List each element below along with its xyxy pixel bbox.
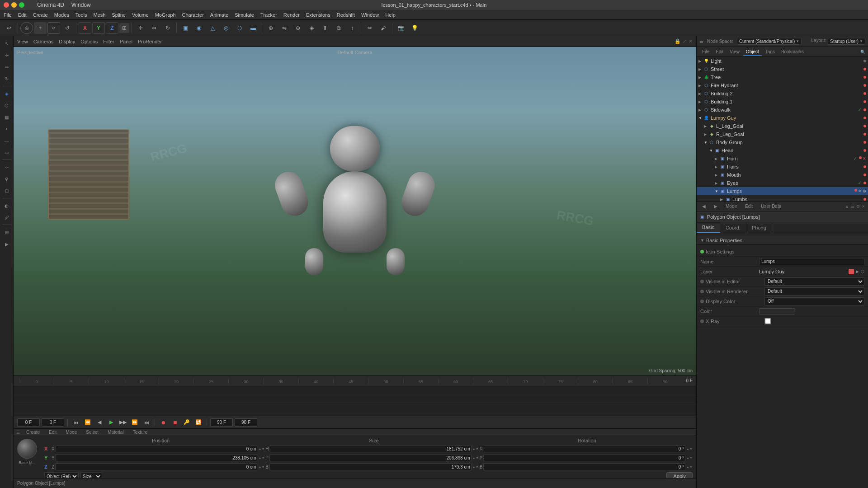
x-size-stepper[interactable]: ▲▼ (472, 447, 479, 450)
ls-render[interactable]: ▶ (1, 239, 12, 249)
vis-renderer-indicator[interactable] (700, 290, 704, 293)
y-pos-stepper[interactable]: ▲▼ (258, 456, 264, 460)
toolbar-move[interactable]: ✛ (134, 22, 147, 34)
icon-settings-indicator[interactable] (700, 250, 704, 253)
tree-item-hairs[interactable]: ▶ ▣ Hairs (697, 163, 868, 171)
tree-item-head[interactable]: ▼ ▣ Head (697, 146, 868, 155)
tree-item-building2[interactable]: ▶ ⬡ Building.2 (697, 89, 868, 98)
toolbar-scale[interactable]: ⇔ (148, 22, 160, 34)
toolbar-camera[interactable]: 📷 (395, 22, 407, 34)
mode-btn-edit[interactable]: Edit (742, 203, 755, 210)
material-thumbnail[interactable] (17, 439, 37, 459)
vis-editor-indicator[interactable] (700, 280, 704, 283)
y-size-input[interactable] (269, 454, 472, 461)
tree-item-body-group[interactable]: ▼ ⬡ Body Group (697, 138, 868, 146)
toolbar-extrude[interactable]: ⬆ (319, 22, 331, 34)
tree-item-street[interactable]: ▶ ⬡ Street (697, 65, 868, 73)
menu-file[interactable]: File (4, 12, 12, 18)
z-size-stepper[interactable]: ▲▼ (472, 465, 479, 469)
toolbar-spline[interactable]: ✏ (363, 22, 376, 34)
toolbar-add[interactable]: + (34, 22, 47, 34)
menu-create[interactable]: Create (33, 12, 48, 18)
vp-icon-close[interactable]: ✕ (689, 38, 693, 44)
x-pos-stepper[interactable]: ▲▼ (258, 447, 264, 450)
mode-icon-list[interactable]: ☰ (851, 204, 854, 209)
vp-cameras-tab[interactable]: Cameras (33, 39, 54, 44)
bt-mode[interactable]: Mode (63, 429, 80, 436)
z-size-input[interactable] (269, 463, 472, 470)
pb-loop[interactable]: 🔁 (193, 418, 203, 427)
start-frame-input[interactable]: 0 F (42, 418, 64, 427)
toolbar-loft[interactable]: ⧉ (332, 22, 345, 34)
xray-indicator[interactable] (700, 319, 704, 323)
pb-stop[interactable]: ⏹ (170, 418, 180, 427)
z-pos-input[interactable] (55, 463, 257, 470)
os-menu-window[interactable]: Window (71, 2, 91, 8)
y-rot-input[interactable] (483, 454, 685, 461)
pb-play-back[interactable]: ◀ (94, 418, 104, 427)
vp-view-tab[interactable]: View (17, 39, 28, 44)
prop-icon-settings[interactable]: Icon Settings (697, 247, 868, 257)
y-pos-input[interactable] (56, 454, 258, 461)
ls-vertex[interactable]: • (1, 123, 12, 134)
ls-polygon[interactable]: ▭ (1, 147, 12, 158)
x-pos-input[interactable] (56, 445, 258, 452)
menu-character[interactable]: Character (182, 12, 204, 18)
vp-options-tab[interactable]: Options (80, 39, 98, 44)
props-tab-coord[interactable]: Coord. (720, 223, 746, 232)
timeline-tracks[interactable] (14, 386, 696, 416)
color-swatch[interactable] (759, 308, 795, 314)
z-rot-input[interactable] (483, 463, 685, 470)
bt-texture[interactable]: Texture (130, 429, 151, 436)
toolbar-bevel[interactable]: ◈ (305, 22, 318, 34)
toolbar-light[interactable]: 💡 (408, 22, 421, 34)
ls-tweak[interactable]: ⊹ (1, 162, 12, 173)
x-rot-stepper[interactable]: ▲▼ (686, 447, 693, 450)
pb-jump-start[interactable]: ⏮ (71, 418, 81, 427)
tree-item-light[interactable]: ▶ 💡 Light (697, 57, 868, 65)
toolbar-undo[interactable]: ↺ (61, 22, 74, 34)
menu-redshift[interactable]: Redshift (337, 12, 355, 18)
pb-next-frame[interactable]: ⏩ (130, 418, 140, 427)
pb-jump-end[interactable]: ⏭ (142, 418, 151, 427)
tree-item-lumpy-guy[interactable]: ▼ 👤 Lumpy Guy (697, 114, 868, 122)
vp-icon-expand[interactable]: ⤢ (683, 38, 687, 44)
z-rot-stepper[interactable]: ▲▼ (686, 465, 693, 469)
tree-item-lumps[interactable]: ▼ ▣ Lumps ✕ ⚙ (697, 187, 868, 195)
maximize-button[interactable] (19, 2, 24, 8)
toolbar-poly[interactable]: ⬡ (233, 22, 246, 34)
mode-btn-nav-next[interactable]: ▶ (711, 203, 720, 210)
viewport-canvas[interactable]: Perspective Default Camera (14, 47, 696, 375)
scene-tab-bookmarks[interactable]: Bookmarks (778, 48, 807, 56)
vp-display-tab[interactable]: Display (59, 39, 75, 44)
bt-menu-icon[interactable]: ☰ (16, 430, 20, 435)
scene-tab-tags[interactable]: Tags (763, 48, 778, 56)
tree-item-sidewalk[interactable]: ▶ ⬡ Sidewalk ✓ (697, 106, 868, 114)
mode-btn-mode[interactable]: Mode (723, 203, 740, 210)
mode-icon-up[interactable]: ▲ (845, 204, 849, 209)
current-frame-input[interactable]: 0 F (17, 418, 40, 427)
bt-create[interactable]: Create (24, 429, 42, 436)
pb-play-fwd[interactable]: ▶▶ (118, 418, 128, 427)
end-frame-input[interactable] (210, 418, 233, 427)
toolbar-y-axis[interactable]: Y (92, 22, 105, 34)
scene-tab-file[interactable]: File (699, 48, 712, 56)
bt-edit[interactable]: Edit (46, 429, 59, 436)
display-color-select[interactable]: Off Automatic Custom (764, 297, 864, 305)
toolbar-sym[interactable]: ⇋ (278, 22, 291, 34)
vis-editor-select[interactable]: Default On Off (764, 277, 864, 286)
menu-window[interactable]: Window (361, 12, 379, 18)
xray-checkbox[interactable] (764, 318, 771, 324)
menu-help[interactable]: Help (385, 12, 396, 18)
vp-icon-lock[interactable]: 🔒 (675, 38, 681, 44)
os-menu-cinema4d[interactable]: Cinema 4D (37, 2, 64, 8)
toolbar-paint[interactable]: 🖌 (377, 22, 390, 34)
menu-animate[interactable]: Animate (210, 12, 228, 18)
toolbar-orbit[interactable]: ◎ (20, 22, 33, 34)
close-button[interactable] (4, 2, 9, 8)
mode-icon-close[interactable]: ✕ (862, 204, 865, 209)
ls-object[interactable]: ⬡ (1, 100, 12, 111)
ls-model[interactable]: ◈ (1, 88, 12, 99)
ls-texture[interactable]: ▦ (1, 112, 12, 122)
toolbar-rotate[interactable]: ↻ (161, 22, 174, 34)
